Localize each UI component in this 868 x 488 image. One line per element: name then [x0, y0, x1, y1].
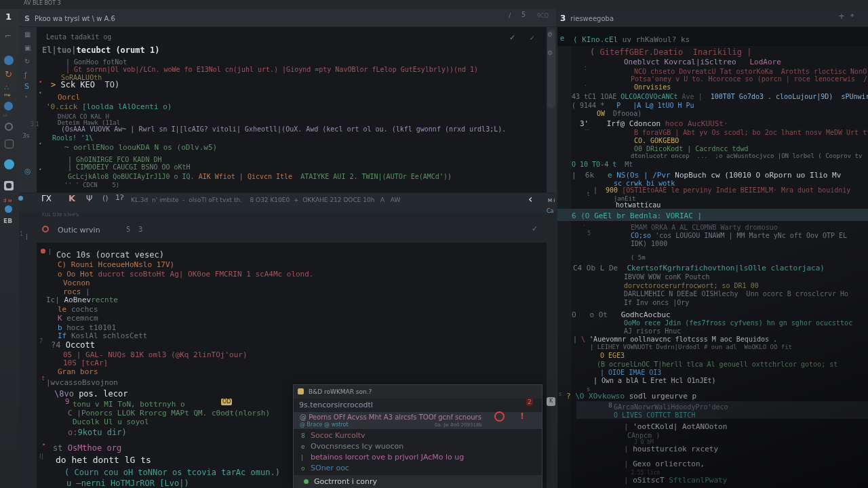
code-line: o:9kotu dir)	[68, 428, 127, 437]
item-icon: o	[301, 463, 305, 474]
panel-gutter	[19, 243, 37, 488]
popup-list-item[interactable]: |betainos lorcort ove b prjvorl JAcMo lo…	[294, 452, 542, 463]
editor-tab[interactable]: S Pkoo wa trysl wt \ w A.6	[24, 12, 115, 25]
code-line: | Gexo orliercton,	[624, 460, 705, 468]
popup-list-item[interactable]: 8Sococ Kurcoltv	[294, 430, 542, 441]
scrollbar-thumb[interactable]	[547, 30, 555, 108]
panel-scrollbar[interactable]	[547, 212, 556, 488]
popup-header-text: B&D roWKMAR son.?	[309, 388, 372, 395]
gutter-strip	[557, 46, 571, 488]
code-line: 43 tC1 1OAE OLCOACOVOcANCt Ave | 100T0T …	[572, 92, 868, 101]
popup-list-item[interactable]: oSOner ooc	[294, 463, 542, 474]
popup-header-icon	[298, 388, 304, 394]
menu-bar	[0, 0, 868, 9]
panel-header	[19, 212, 556, 225]
code-line: Onrvisies	[634, 83, 671, 92]
code-line: ~ oorllENoo loouKDA N os (oDlv.w5)	[64, 143, 217, 152]
code-line: Gran bors	[58, 367, 98, 376]
tab-icon: S	[24, 14, 30, 23]
popup-match-line2: @ Brace @ wstrot	[300, 422, 349, 428]
debug-toolbar	[19, 192, 556, 212]
code-line: ( GiteffGBEr.Deatio Inarikilig |	[590, 48, 751, 57]
code-line: 6 (O GeEl br Bednla: VORIAC |	[572, 211, 702, 220]
code-line: le cochcs	[58, 305, 98, 314]
right-tab-bar: 3 riesweegoba	[557, 9, 868, 27]
code-editor-right[interactable]: ( KIno.cEl uv rhKaWoul? ks( GiteffGBEr.D…	[557, 27, 868, 488]
popup-list: 8Sococ KurcoltveOvocnsnsecs Icy wuocon|b…	[294, 429, 542, 475]
code-line: Leuta tadakit og	[46, 33, 111, 41]
code-line: | 6k e NS(Os | /Pvr NopBuch cw (10010 O …	[572, 171, 841, 180]
code-line: '0.cick [loolda lAlOcenti o)	[46, 102, 172, 111]
popup-header: B&D roWKMAR son.?	[294, 385, 542, 399]
code-line: DARLLMEHIC N DEEaE OISHlechy Unn ocorc B…	[624, 289, 848, 298]
popup-footer[interactable]: Goctrront i conry	[294, 475, 542, 488]
code-line: (OsAAA VUOVK Aw~ | Rwrl sn I|[lcAIG? vit…	[61, 125, 506, 134]
code-line: If KoslAl schlosCett	[58, 331, 147, 340]
popup-match-row[interactable]: @ Peorns OFf Acvss Mht A3 alrcsfs TOOf g…	[294, 412, 542, 429]
item-icon: 8	[301, 430, 305, 441]
code-line: GcLcjkAlo8 QoBUCIAyIrJ1J0 o IQ. AIK Wfio…	[68, 172, 452, 181]
code-line: do het dontt lG ts	[56, 455, 151, 464]
code-line: > Sck KEO TO)	[51, 81, 119, 89]
popup-command-text: 9s.tencorsircrocodtl	[299, 401, 373, 409]
code-line: | oSitscT SftlcanlPwaty	[624, 476, 727, 485]
code-line: ( KIno.cEl uv rhKaWoul? ks	[573, 35, 690, 44]
item-label: SOner ooc	[311, 463, 349, 474]
code-line: | Own a blA L Eret Hcl O1nJEt)	[593, 376, 716, 385]
code-line: OW Dfoooa)	[597, 109, 642, 118]
code-line: u —nerni HoTMJrROR [Lvo|)	[66, 479, 189, 488]
activity-bar	[0, 9, 19, 488]
code-line: st OsMthoe org	[53, 444, 121, 453]
item-icon: |	[301, 452, 303, 463]
code-line: |wvcassoBsvojnon	[46, 378, 118, 387]
popup-match-line1: @ Peorns OFf Acvss Mht A3 alrcsfs TOOf g…	[300, 413, 481, 421]
code-line: o Oo Hot ducrot scoBtoHt Ag| OK0oe FMCRI…	[58, 270, 314, 279]
popup-list-item[interactable]: eOvocnsnsecs Icy wuocon	[294, 441, 542, 452]
item-label: Sococ Kurcoltv	[311, 430, 366, 441]
left-tool-strip	[19, 27, 37, 192]
tab-title: Pkoo wa trysl wt \ w A.6	[35, 15, 115, 22]
editor-scrollbar[interactable]	[547, 27, 556, 192]
tab-title: riesweegoba	[570, 15, 614, 22]
code-line: 10S [tcAr]	[63, 359, 108, 367]
code-line: C4 Ob L De CkertsofKgrhrafichovthon|lsOl…	[573, 264, 825, 272]
item-icon: e	[301, 441, 305, 452]
code-line: | Gt sornn|Ol vob|/LCn. woWe fo E13Nol c…	[66, 65, 478, 74]
code-line: \8vo pos. lecor	[54, 390, 127, 399]
code-line: tonu v MI ToN, bottrnyh o	[73, 400, 189, 409]
code-line: ? \O XOvkowso sodl urgeurve p	[566, 392, 696, 401]
code-line: K ecemncm	[58, 314, 98, 323]
code-line: El|tuo|tecubct (orumt 1)	[42, 46, 159, 55]
code-line: Oorcl	[58, 93, 80, 102]
code-line: O LIVES COTTCT BITCH	[614, 411, 695, 420]
editor-window-right: 3 riesweegoba ( KIno.cEl uv rhKaWoul? ks…	[557, 9, 868, 488]
item-label: Ovocnsnsecs Icy wuocon	[311, 441, 403, 452]
completion-popup: B&D roWKMAR son.? 9s.tencorsircrocodtl @…	[293, 384, 542, 488]
code-line: Rools! '1\	[52, 134, 93, 142]
code-line: IBVOW WOW conK Poutch	[624, 272, 709, 281]
code-line: hotwatticau	[616, 201, 660, 209]
panel-subheader	[19, 225, 556, 243]
code-line: Ducolk Ul u soyol	[73, 418, 149, 426]
code-line: | CIMDOEIY CAUCGI BSNO OO oKtH	[68, 163, 191, 171]
status-dot	[304, 479, 309, 484]
code-line: O 10 TO-4 t Mt	[572, 160, 633, 169]
at-icon: @	[300, 413, 307, 421]
code-line: | 900 [OST1EtoAAE le perviny Indie BEIEI…	[593, 186, 850, 195]
tab-icon: 3	[560, 14, 566, 23]
code-line: ( Courn cou oH toNNor os tcovia tarAc om…	[64, 468, 280, 477]
code-line: dtonlucotr encep ... ;o acWusntocjvco |O…	[631, 152, 862, 161]
code-line: If Inv oncs |Ory	[624, 298, 689, 307]
code-line: Oneblvct Kovrcal|iScltreo LodAore	[624, 58, 781, 66]
code-line: IDK) 1000	[631, 239, 667, 248]
code-editor[interactable]: Leuta tadakit ogEl|tuo|tecubct (orumt 1)…	[37, 27, 547, 192]
code-line: | houstturciok rxcety	[624, 445, 718, 453]
item-label: betainos lorcort ove b prjvorl JAcMo lo …	[311, 452, 464, 463]
code-line: C |Ponorcs LLOK Rrorcg MAPt QM. c0odt(nl…	[68, 409, 270, 418]
code-line: C) Rouni HcoeueHoNslo 17V)	[58, 260, 174, 269]
code-line: 3' Irf@ Cdoncon hoco AucKUUSt·	[580, 119, 728, 128]
editor-tab[interactable]: 3 riesweegoba	[560, 12, 614, 25]
code-line: ( 5m	[631, 253, 646, 262]
popup-command-row[interactable]: 9s.tencorsircrocodtl	[294, 399, 542, 412]
popup-footer-text: Goctrront i conry	[314, 477, 377, 486]
